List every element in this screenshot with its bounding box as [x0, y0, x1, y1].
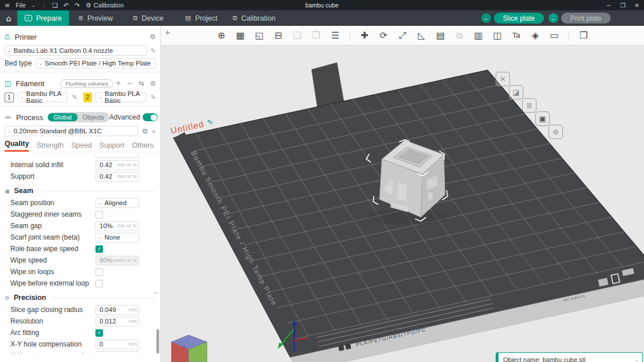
scarf-joint-seam-select[interactable]: None — [95, 233, 139, 242]
rotate-icon[interactable]: ⟳ — [377, 29, 390, 43]
arc-fitting-checkbox[interactable] — [95, 329, 103, 337]
wipe-before-external-loop-checkbox[interactable] — [95, 280, 103, 287]
measure-icon[interactable]: ▭ — [547, 29, 561, 43]
filament-2-chip[interactable]: 2 — [83, 93, 93, 102]
scene-3d[interactable]: Bambu Smooth PEI Plate / High Temp Plate… — [161, 45, 644, 362]
filament-1-edit-icon[interactable]: ✎ — [72, 94, 77, 101]
calibration-menu[interactable]: ⚙ Calibration — [86, 2, 124, 9]
xy-hole-compensation-input[interactable]: 0 mm — [95, 340, 139, 349]
bed-type-select[interactable]: ⌄ Smooth PEI Plate / High Temp Plate — [36, 58, 156, 68]
arrange-icon[interactable]: ⊟ — [271, 29, 285, 43]
file-menu[interactable]: File — [16, 2, 26, 9]
process-preset-select[interactable]: ⌄ 0.20mm Standard @BBL X1C — [5, 126, 138, 136]
tab-device[interactable]: ⧉ Device — [122, 10, 175, 26]
new-project-icon[interactable]: ❏ — [52, 2, 58, 9]
tab-strength[interactable]: Strength — [36, 141, 63, 152]
tab-preview[interactable]: ≣ Preview — [69, 10, 122, 26]
tab-prepare[interactable]: ✓ Prepare — [17, 10, 69, 26]
hamburger-menu-icon[interactable]: ≡ — [5, 2, 10, 9]
filament-2-select[interactable]: ⌄ Bambu PLA Basic — [95, 92, 145, 102]
setting-row-internal-solid-infill: Internal solid infill 0.42 mm or % — [0, 159, 160, 171]
undo-icon[interactable]: ↶ — [64, 2, 69, 9]
advanced-label: Advanced — [109, 113, 140, 121]
add-filament-icon[interactable]: + — [116, 79, 121, 87]
printer-settings-gear-icon[interactable]: ⚙ — [150, 33, 156, 41]
split-icon[interactable]: ▤ — [434, 29, 447, 43]
object-bar-chevron-icon[interactable]: ⌄ — [634, 357, 639, 362]
redo-icon[interactable]: ↷ — [75, 2, 80, 9]
settings-scrollbar[interactable] — [156, 329, 159, 353]
viewport-3d[interactable]: « ⊕ ▦ ◱ ⊟ ❏ ❐ ☰ ✚ ⟳ ⤢ ◺ ▤ ⧉ ▥ ◫ Ta ◈ ▭ ❒… — [161, 26, 644, 362]
seam-position-select[interactable]: Aligned — [95, 198, 139, 208]
slice-plate-button[interactable]: Slice plate — [494, 13, 544, 24]
bed-type-label: Bed type — [5, 59, 34, 67]
seam-gap-input[interactable]: 10% mm or % — [95, 221, 139, 231]
scope-objects[interactable]: Objects — [78, 113, 109, 121]
xy-contour-compensation-input[interactable]: 0 mm — [95, 351, 139, 354]
assembly-view-icon[interactable]: ❒ — [577, 29, 591, 43]
maximize-button[interactable]: ❐ — [620, 2, 626, 9]
plate-arrange-icon[interactable]: ◪ — [509, 85, 523, 99]
filament-1-select[interactable]: ⌄ Bambu PLA Basic — [17, 92, 67, 102]
tab-others[interactable]: Others — [132, 141, 154, 152]
scroll-up-arrow[interactable]: ^ — [153, 291, 158, 297]
filament-settings-icon[interactable]: ⊚ — [150, 79, 156, 87]
role-base-wipe-speed-checkbox[interactable] — [95, 245, 103, 253]
tab-support[interactable]: Support — [99, 141, 125, 152]
tab-speed[interactable]: Speed — [71, 141, 92, 152]
remove-filament-icon[interactable]: − — [127, 79, 133, 87]
collapse-panel-icon[interactable]: « — [163, 28, 172, 37]
scope-global[interactable]: Global — [48, 113, 78, 121]
tab-quality[interactable]: Quality — [5, 140, 29, 152]
advanced-toggle[interactable] — [143, 113, 158, 121]
resolution-input[interactable]: 0.012 mm — [95, 317, 139, 326]
filament-2-edit-icon[interactable]: ✎ — [151, 94, 156, 101]
tab-calibration[interactable]: ⧉ Calibration — [228, 10, 281, 26]
print-plate-button[interactable]: Print plate — [561, 13, 611, 24]
minimize-button[interactable]: − — [606, 2, 611, 9]
filament-section-header: ◫ Filament Flushing volumes + − ⇆ ⊚ — [5, 77, 156, 90]
preview-icon: ≣ — [78, 14, 83, 22]
plate-delete-icon[interactable]: ✕ — [496, 72, 510, 86]
close-button[interactable]: ✕ — [635, 2, 639, 9]
print-options-chevron[interactable]: ⌄ — [549, 13, 558, 23]
object-name-bar[interactable]: Object name: bambu cube.stl ⌄ — [496, 352, 643, 362]
process-scope-toggle[interactable]: Global Objects — [48, 112, 109, 122]
slice-gap-closing-radius-input[interactable]: 0.049 mm — [95, 305, 139, 315]
move-icon[interactable]: ✚ — [358, 29, 371, 43]
setting-row-seam-position: Seam position Aligned — [0, 197, 160, 209]
mesh-boolean-icon[interactable]: ◫ — [490, 29, 504, 43]
build-plate-render: Bambu Smooth PEI Plate / High Temp Plate… — [161, 45, 644, 362]
text-tool-icon[interactable]: Ta — [509, 29, 523, 43]
tab-project[interactable]: ▤ Project — [175, 10, 228, 26]
plate-lock-icon[interactable]: ▣ — [535, 111, 550, 126]
tab-home[interactable]: ⌂ — [0, 10, 17, 26]
setting-row-staggered-inner-seams: Staggered inner seams — [0, 209, 160, 220]
plate-settings-icon[interactable]: ≣ — [522, 98, 536, 113]
filament-sync-icon[interactable]: ⇆ — [139, 79, 144, 87]
plate-camera-icon[interactable]: ⊚ — [549, 125, 563, 139]
preset-copy-icon[interactable]: ⧉ — [143, 127, 148, 135]
add-plate-icon[interactable]: ▦ — [233, 29, 247, 43]
navigation-cube[interactable] — [171, 335, 207, 362]
setting-row-scarf-joint-seam: Scarf joint seam (beta) None — [0, 232, 160, 243]
copy-icon: ❏ — [290, 29, 304, 43]
file-caret-icon[interactable]: ⌄ — [32, 3, 36, 8]
auto-orient-icon[interactable]: ◱ — [252, 29, 266, 43]
color-painting-icon[interactable]: ◈ — [528, 29, 542, 43]
support-input[interactable]: 0.42 mm or % — [95, 172, 139, 182]
variable-layer-height-icon[interactable]: ▥ — [471, 29, 485, 43]
printer-edit-icon[interactable]: ✎ — [151, 47, 156, 55]
lay-on-face-icon[interactable]: ◺ — [415, 29, 428, 43]
staggered-inner-seams-checkbox[interactable] — [95, 211, 103, 218]
slice-options-chevron[interactable]: ⌄ — [481, 13, 491, 23]
preset-search-icon[interactable]: ⌕ — [152, 127, 156, 135]
wipe-on-loops-checkbox[interactable] — [95, 268, 103, 276]
scale-icon[interactable]: ⤢ — [396, 29, 409, 43]
filament-1-chip[interactable]: 1 — [5, 93, 14, 102]
add-object-icon[interactable]: ⊕ — [214, 29, 228, 43]
flushing-volumes-button[interactable]: Flushing volumes — [60, 79, 113, 88]
internal-solid-infill-input[interactable]: 0.42 mm or % — [95, 160, 139, 170]
layers-icon[interactable]: ☰ — [328, 29, 342, 43]
printer-select[interactable]: ⌄ Bambu Lab X1 Carbon 0.4 nozzle — [5, 45, 147, 56]
